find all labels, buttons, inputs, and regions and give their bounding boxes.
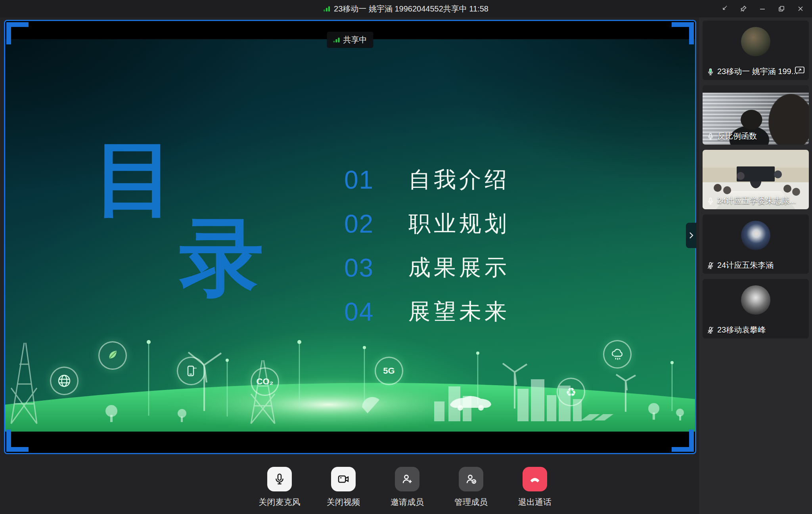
globe-icon bbox=[50, 367, 79, 395]
participant-name: 24计应五朱李涵 bbox=[717, 260, 774, 271]
close-icon[interactable] bbox=[792, 0, 809, 17]
share-corner-bracket bbox=[6, 22, 29, 44]
mic-on-icon bbox=[707, 197, 714, 205]
stop-video-label: 关闭视频 bbox=[327, 497, 360, 508]
participant-name: 24计应五学委朱志康... bbox=[717, 195, 796, 206]
participant-tile-zhuzhikang[interactable]: 24计应五学委朱志康... bbox=[703, 150, 809, 209]
toc-label: 职业规划 bbox=[408, 209, 510, 239]
mic-on-icon bbox=[707, 68, 714, 76]
invite-members-label: 邀请成员 bbox=[391, 497, 424, 508]
person-plus-icon bbox=[401, 473, 414, 485]
toc-number: 03 bbox=[344, 253, 384, 283]
signal-strength-icon bbox=[324, 6, 330, 11]
5g-icon: 5G bbox=[375, 357, 403, 385]
window-title: 23移动一 姚宇涵 19962044552共享中 11:58 bbox=[324, 4, 488, 14]
recycle-icon: ♻ bbox=[557, 378, 585, 406]
signal-strength-icon bbox=[333, 38, 340, 42]
mic-muted-icon bbox=[707, 262, 714, 269]
leave-call-label: 退出通话 bbox=[518, 497, 552, 508]
pin-icon[interactable] bbox=[735, 0, 752, 17]
slide-big-char-1: 目 bbox=[94, 138, 176, 219]
toc-item-1: 01 自我介绍 bbox=[344, 163, 510, 197]
screen-share-icon bbox=[795, 66, 805, 76]
share-corner-bracket bbox=[672, 430, 694, 452]
phone-icon bbox=[177, 357, 205, 385]
leave-call-button[interactable]: 退出通话 bbox=[511, 467, 559, 508]
shared-screen-region: 目 录 01 自我介绍 02 职业规划 03 成果展示 04 展望未来 bbox=[4, 20, 696, 454]
share-corner-bracket bbox=[6, 430, 29, 452]
participant-name: 23移动一 姚宇涵 199... bbox=[717, 66, 798, 77]
participant-name: 23移动袁攀峰 bbox=[717, 325, 766, 335]
co2-icon: CO₂ bbox=[251, 367, 279, 396]
camera-icon bbox=[337, 473, 350, 485]
phone-hangup-icon bbox=[528, 472, 542, 486]
title-bar: 23移动一 姚宇涵 19962044552共享中 11:58 bbox=[0, 0, 812, 17]
mic-muted-icon bbox=[707, 326, 714, 334]
presentation-slide: 目 录 01 自我介绍 02 职业规划 03 成果展示 04 展望未来 bbox=[5, 39, 695, 432]
window-title-text: 23移动一 姚宇涵 19962044552共享中 11:58 bbox=[334, 4, 488, 14]
sharing-badge-text: 共享中 bbox=[343, 34, 367, 45]
avatar bbox=[741, 27, 770, 56]
classroom-screen bbox=[737, 166, 775, 182]
slide-big-char-2: 录 bbox=[180, 215, 264, 299]
mic-icon bbox=[273, 473, 286, 485]
toc-number: 01 bbox=[344, 165, 384, 195]
participant-tile-yaoyuhan[interactable]: 23移动一 姚宇涵 199... bbox=[703, 21, 809, 80]
call-controls: 关闭麦克风 关闭视频 邀请成员 管理成员 bbox=[256, 467, 559, 508]
manage-members-label: 管理成员 bbox=[454, 497, 488, 508]
window-controls bbox=[716, 0, 809, 17]
participant-tile-zhulihan[interactable]: 24计应五朱李涵 bbox=[703, 214, 809, 274]
share-corner-bracket bbox=[672, 22, 694, 44]
person-manage-icon bbox=[465, 473, 477, 485]
mic-on-icon bbox=[707, 132, 714, 140]
mute-mic-button[interactable]: 关闭麦克风 bbox=[256, 467, 303, 508]
manage-members-button[interactable]: 管理成员 bbox=[447, 467, 495, 508]
avatar bbox=[741, 221, 770, 250]
cloud-icon bbox=[603, 340, 632, 369]
toc-label: 自我介绍 bbox=[408, 165, 510, 195]
toc-item-3: 03 成果展示 bbox=[344, 251, 510, 285]
invite-members-button[interactable]: 邀请成员 bbox=[383, 467, 431, 508]
leaf-icon bbox=[98, 341, 127, 370]
avatar bbox=[741, 285, 770, 315]
classroom-people bbox=[714, 184, 722, 192]
participant-name: 反比例函数 bbox=[717, 131, 757, 141]
stop-video-button[interactable]: 关闭视频 bbox=[320, 467, 367, 508]
mute-mic-label: 关闭麦克风 bbox=[259, 497, 301, 508]
toc-item-2: 02 职业规划 bbox=[344, 207, 510, 241]
toc-label: 成果展示 bbox=[408, 253, 510, 283]
collapse-window-icon[interactable] bbox=[716, 0, 733, 17]
participant-tile-yuanpanfeng[interactable]: 23移动袁攀峰 bbox=[703, 279, 809, 338]
minimize-icon[interactable] bbox=[754, 0, 771, 17]
sharing-status-badge: 共享中 bbox=[327, 32, 373, 48]
sidebar-collapse-chevron[interactable] bbox=[686, 223, 696, 248]
toc-number: 02 bbox=[344, 209, 384, 239]
maximize-icon[interactable] bbox=[773, 0, 790, 17]
participant-tile-fanbili[interactable]: 反比例函数 bbox=[703, 85, 809, 145]
